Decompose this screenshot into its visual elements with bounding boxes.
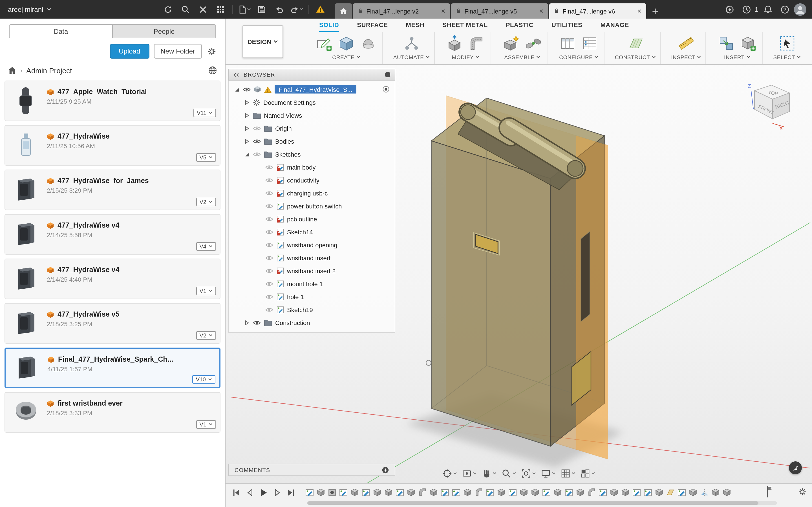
home-tab[interactable] [335,3,352,18]
timeline-scrollbar-thumb[interactable] [307,501,758,505]
browser-sketch-row[interactable]: mount hole 1 [229,277,395,290]
timeline-feature-extrude[interactable] [711,488,720,497]
avatar[interactable] [794,3,806,15]
visibility-eye-off-icon[interactable] [265,189,273,196]
timeline-feature-extrude[interactable] [429,488,438,497]
side-slot[interactable] [581,231,590,322]
document-tab-2[interactable]: Final_47...lenge v5× [451,3,548,18]
version-badge[interactable]: V10 [192,375,215,384]
tab-data[interactable]: Data [10,25,112,38]
project-item[interactable]: 477_HydraWise_for_James2/15/25 3:29 PMV2 [4,170,220,210]
ribbon-group-label[interactable]: CREATE [332,54,360,60]
browser-node-row[interactable]: Sketches [229,148,395,161]
ribbon-tab-utilities[interactable]: UTILITIES [552,18,582,32]
timeline-feature-sketch[interactable] [542,488,551,497]
timeline-feature-extrude[interactable] [530,488,540,497]
play-button[interactable] [259,488,268,497]
timeline-feature-sketch[interactable] [452,488,461,497]
warning-icon[interactable] [264,86,272,93]
visibility-eye-off-icon[interactable] [265,203,273,209]
timeline-feature-extrude[interactable] [519,488,528,497]
zoom-button[interactable] [502,469,516,478]
activate-radio-icon[interactable] [382,86,390,93]
create-solid-icon[interactable] [337,34,356,53]
timeline-feature-hole[interactable] [327,488,337,497]
configure-icon[interactable] [558,34,577,53]
browser-sketch-row[interactable]: wristband insert 2 [229,264,395,277]
look-at-button[interactable] [462,469,477,478]
version-badge[interactable]: V1 [196,420,216,429]
timeline-feature-fillet[interactable] [587,488,596,497]
close-tab-icon[interactable]: × [637,7,642,15]
expand-arrow-icon[interactable] [245,100,249,105]
comments-bar[interactable]: COMMENTS [229,464,395,476]
create-sketch-icon[interactable] [315,34,334,53]
timeline-feature-fillet[interactable] [474,488,483,497]
config-table-icon[interactable] [580,34,599,53]
assistant-button[interactable] [789,461,802,474]
ribbon-tab-surface[interactable]: SURFACE [357,18,388,32]
expand-arrow-icon[interactable] [245,320,249,325]
redo-button[interactable] [288,0,305,18]
add-comment-icon[interactable] [382,466,389,473]
fillet-icon[interactable] [467,34,486,53]
help-button[interactable]: ? [777,0,792,18]
workspace-switcher-button[interactable]: DESIGN [243,25,283,58]
select-cursor-icon[interactable] [777,34,797,53]
user-menu[interactable]: areej mirani [0,0,59,18]
project-item[interactable]: 477_Apple_Watch_Tutorial2/11/25 9:25 AMV… [4,80,220,121]
expand-arrow-icon[interactable] [245,125,249,131]
project-item[interactable]: first wristband ever2/18/25 3:33 PMV1 [4,392,220,433]
timeline-feature-extrude[interactable] [689,488,698,497]
version-badge[interactable]: V1 [196,287,216,295]
file-new-button[interactable] [236,0,253,18]
browser-node-row[interactable]: Construction [229,316,395,329]
ribbon-group-label[interactable]: SELECT [773,54,801,60]
visibility-eye-off-icon[interactable] [265,177,273,183]
browser-sketch-row[interactable]: wristband opening [229,238,395,251]
timeline-feature-sketch[interactable] [339,488,348,497]
measure-icon[interactable] [676,34,696,53]
globe-icon[interactable] [208,66,217,75]
visibility-eye-off-icon[interactable] [265,228,273,235]
project-item[interactable]: 477_HydraWise v42/14/25 4:40 PMV1 [4,259,220,299]
timeline-feature-sketch[interactable] [395,488,404,497]
save-button[interactable] [253,0,270,18]
automate-icon[interactable] [402,34,421,53]
joint-icon[interactable] [523,34,543,53]
visibility-eye-off-icon[interactable] [265,293,273,300]
document-tab-3[interactable]: Final_47...lenge v6× [549,3,646,18]
orbit-button[interactable] [442,469,457,478]
browser-sketch-row[interactable]: hole 1 [229,290,395,303]
visibility-eye-off-icon[interactable] [265,267,273,274]
close-button[interactable] [194,0,212,18]
browser-node-row[interactable]: Named Views [229,109,395,122]
timeline-position-marker[interactable] [766,486,772,500]
display-settings-button[interactable] [541,469,556,478]
timeline-feature-extrude[interactable] [384,488,393,497]
step-back-button[interactable] [246,488,254,497]
expand-arrow-icon[interactable] [245,112,249,118]
timeline-feature-extrude[interactable] [576,488,585,497]
new-folder-button[interactable]: New Folder [154,44,202,59]
project-item[interactable]: Final_477_HydraWise_Spark_Ch...4/11/25 1… [4,348,220,388]
browser-options-icon[interactable] [385,72,390,77]
ribbon-tab-solid[interactable]: SOLID [319,18,339,32]
timeline-feature-extrude[interactable] [553,488,562,497]
data-panel-settings-gear-icon[interactable] [206,47,217,55]
new-tab-button[interactable] [647,3,663,18]
refresh-button[interactable] [159,0,177,18]
insert-mesh-icon[interactable] [739,34,758,53]
visibility-eye-off-icon[interactable] [265,216,273,222]
step-forward-button[interactable] [273,488,282,497]
model-front-face[interactable] [432,141,550,446]
notifications-button[interactable] [760,0,775,18]
visibility-eye-icon[interactable] [253,319,261,326]
timeline-feature-extrude[interactable] [463,488,472,497]
insert-derive-icon[interactable] [717,34,736,53]
skip-end-button[interactable] [287,488,295,497]
fit-button[interactable] [521,469,536,478]
version-badge[interactable]: V2 [196,198,216,206]
timeline-feature-extrude[interactable] [373,488,382,497]
timeline-feature-extrude[interactable] [655,488,664,497]
